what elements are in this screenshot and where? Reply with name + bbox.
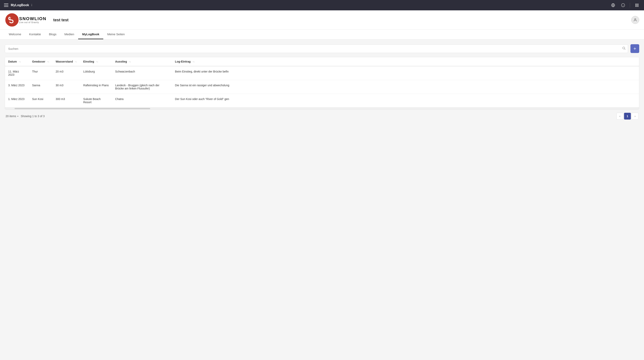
cell-wasserstand-2: 300 m3 bbox=[52, 94, 80, 108]
nav-item-blogs[interactable]: Blogs bbox=[45, 30, 60, 39]
topbar: MyLogBook i bbox=[0, 0, 644, 10]
cell-ausstieg-0: Schwarzenbach bbox=[112, 66, 172, 80]
table-footer-left: 20 items ▾ Showing 1 to 3 of 3 bbox=[6, 115, 45, 118]
main-nav: Welcome Kontakte Blogs Medien MyLogBook … bbox=[0, 30, 644, 39]
cell-datum-0: 11. März 2023 bbox=[5, 66, 29, 80]
pagination: ‹ 1 › bbox=[616, 113, 638, 119]
cell-gewasser-2: Sun Kosi bbox=[29, 94, 52, 108]
column-header-datum[interactable]: Datum ↑↓ bbox=[5, 57, 29, 66]
column-header-wasserstand[interactable]: Wasserstand ↑↓ bbox=[52, 57, 80, 66]
table-row[interactable]: 11. März 2023 Thur 20 m3 Lütisburg Schwa… bbox=[5, 66, 639, 80]
brand-name: SNOWLION bbox=[19, 16, 46, 21]
cell-ausstieg-1: Landeck - Bruggen (gleich nach der Brück… bbox=[112, 80, 172, 94]
svg-point-16 bbox=[635, 18, 636, 20]
cell-einstieg-2: Sukute Beach Resort bbox=[80, 94, 112, 108]
site-header: SNOWLION Live out of Gravity test test bbox=[0, 10, 644, 30]
cell-logeintrag-2: Der Sun Kosi oder auch "River of Gold" g… bbox=[172, 94, 639, 108]
search-input[interactable] bbox=[5, 44, 628, 53]
search-icon bbox=[622, 46, 626, 50]
svg-point-17 bbox=[623, 47, 625, 49]
svg-line-18 bbox=[624, 49, 625, 50]
cell-einstieg-0: Lütisburg bbox=[80, 66, 112, 80]
sort-icons-datum[interactable]: ↑↓ bbox=[19, 61, 21, 63]
nav-item-welcome[interactable]: Welcome bbox=[5, 30, 25, 39]
sort-icons-gewasser[interactable]: ↑↓ bbox=[47, 61, 49, 63]
sort-icons-wasserstand[interactable]: ↑↓ bbox=[75, 61, 77, 63]
svg-rect-13 bbox=[638, 6, 638, 7]
showing-text: Showing 1 to 3 of 3 bbox=[21, 115, 45, 118]
sort-icons-einstieg[interactable]: ↑↓ bbox=[96, 61, 98, 63]
cell-datum-2: 1. März 2023 bbox=[5, 94, 29, 108]
svg-rect-11 bbox=[636, 6, 636, 7]
brand-text: SNOWLION Live out of Gravity bbox=[19, 16, 46, 23]
svg-rect-7 bbox=[638, 4, 638, 4]
topbar-divider bbox=[630, 3, 630, 7]
svg-rect-5 bbox=[636, 4, 636, 4]
site-title: test test bbox=[53, 18, 68, 22]
sort-icons-logeintrag[interactable]: ↑↓ bbox=[192, 61, 194, 63]
log-table: Datum ↑↓ Gewässer ↑↓ Wasserstand ↑↓ Eins… bbox=[5, 57, 639, 107]
svg-rect-8 bbox=[636, 5, 636, 5]
site-header-left: SNOWLION Live out of Gravity test test bbox=[5, 13, 68, 27]
table-scrollbar-thumb bbox=[14, 108, 150, 109]
table-footer: 20 items ▾ Showing 1 to 3 of 3 ‹ 1 › bbox=[5, 110, 639, 123]
sort-icons-ausstieg[interactable]: ↑↓ bbox=[129, 61, 131, 63]
info-circle-icon-button[interactable] bbox=[620, 2, 626, 8]
snowlion-logo bbox=[5, 13, 19, 27]
app-title: MyLogBook bbox=[11, 3, 29, 7]
globe-icon-button[interactable] bbox=[610, 2, 616, 8]
sidebar-toggle-button[interactable] bbox=[4, 3, 8, 7]
column-header-gewasser[interactable]: Gewässer ↑↓ bbox=[29, 57, 52, 66]
nav-item-kontakte[interactable]: Kontakte bbox=[25, 30, 45, 39]
content-area: + Datum ↑↓ Gewässer ↑↓ Wasserstand ↑↓ bbox=[0, 39, 644, 360]
nav-item-mylogbook[interactable]: MyLogBook bbox=[78, 30, 103, 39]
current-page-button[interactable]: 1 bbox=[624, 113, 631, 119]
cell-wasserstand-1: 30 m3 bbox=[52, 80, 80, 94]
prev-page-button[interactable]: ‹ bbox=[616, 113, 623, 119]
column-header-einstieg[interactable]: Einstieg ↑↓ bbox=[80, 57, 112, 66]
cell-datum-1: 3. März 2023 bbox=[5, 80, 29, 94]
nav-item-meine-seiten[interactable]: Meine Seiten bbox=[103, 30, 129, 39]
cell-gewasser-1: Sanna bbox=[29, 80, 52, 94]
search-icon-button[interactable] bbox=[622, 46, 626, 51]
cell-wasserstand-0: 20 m3 bbox=[52, 66, 80, 80]
topbar-left: MyLogBook i bbox=[4, 3, 32, 7]
table-scrollbar[interactable] bbox=[5, 107, 639, 109]
column-header-ausstieg[interactable]: Ausstieg ↑↓ bbox=[112, 57, 172, 66]
svg-rect-6 bbox=[636, 4, 637, 4]
items-per-page-selector[interactable]: 20 items ▾ bbox=[6, 115, 18, 118]
add-entry-button[interactable]: + bbox=[630, 44, 639, 53]
table-body: 11. März 2023 Thur 20 m3 Lütisburg Schwa… bbox=[5, 66, 639, 107]
next-page-button[interactable]: › bbox=[632, 113, 638, 119]
cell-logeintrag-1: Die Sanna ist ein rassiger und abwechslu… bbox=[172, 80, 639, 94]
user-icon bbox=[633, 18, 637, 22]
table-row[interactable]: 3. März 2023 Sanna 30 m3 Rafteinstieg in… bbox=[5, 80, 639, 94]
info-icon[interactable]: i bbox=[32, 3, 32, 7]
user-avatar-button[interactable] bbox=[631, 16, 639, 24]
table-wrapper: Datum ↑↓ Gewässer ↑↓ Wasserstand ↑↓ Eins… bbox=[5, 57, 639, 110]
column-header-logeintrag[interactable]: Log-Eintrag ↑↓ bbox=[172, 57, 639, 66]
svg-rect-12 bbox=[636, 6, 637, 7]
cell-gewasser-0: Thur bbox=[29, 66, 52, 80]
cell-logeintrag-0: Beim Einstieg, direkt unter der Brücke b… bbox=[172, 66, 639, 80]
svg-rect-9 bbox=[636, 5, 637, 5]
table-row[interactable]: 1. März 2023 Sun Kosi 300 m3 Sukute Beac… bbox=[5, 94, 639, 108]
search-input-wrapper bbox=[5, 44, 628, 53]
nav-item-medien[interactable]: Medien bbox=[60, 30, 78, 39]
svg-rect-10 bbox=[638, 5, 638, 5]
topbar-right bbox=[610, 2, 640, 8]
logo-container: SNOWLION Live out of Gravity bbox=[5, 13, 46, 27]
table-header-row: Datum ↑↓ Gewässer ↑↓ Wasserstand ↑↓ Eins… bbox=[5, 57, 639, 66]
brand-tagline: Live out of Gravity bbox=[19, 21, 46, 23]
grid-icon-button[interactable] bbox=[634, 2, 640, 8]
cell-einstieg-1: Rafteinstieg in Pians bbox=[80, 80, 112, 94]
cell-ausstieg-2: Chatra bbox=[112, 94, 172, 108]
items-per-page-chevron-icon: ▾ bbox=[17, 115, 18, 117]
search-bar-row: + bbox=[5, 44, 639, 53]
